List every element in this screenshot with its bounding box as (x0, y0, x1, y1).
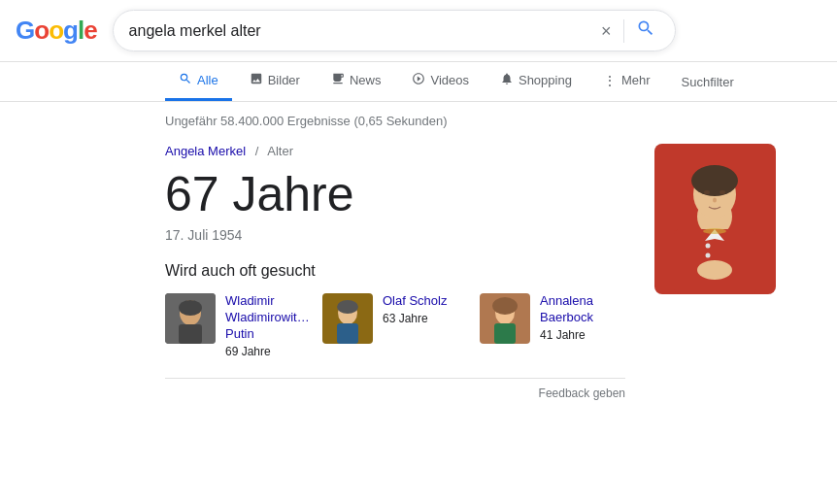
putin-age: 69 Jahre (225, 345, 311, 358)
tab-more-label: Mehr (621, 73, 651, 87)
logo-g: G (16, 16, 34, 46)
header: Google × (0, 0, 837, 62)
merkel-image (654, 144, 776, 294)
svg-point-17 (720, 190, 725, 194)
svg-point-21 (697, 260, 732, 280)
more-icon: ⋮ (603, 73, 617, 88)
svg-point-22 (703, 228, 726, 234)
images-icon (250, 72, 263, 88)
tab-images[interactable]: Bilder (236, 62, 314, 101)
svg-rect-7 (337, 323, 358, 344)
clear-button[interactable]: × (597, 22, 616, 40)
tab-all[interactable]: Alle (165, 62, 232, 101)
shopping-icon (500, 72, 514, 88)
logo-o1: o (34, 16, 49, 46)
search-button[interactable] (632, 18, 659, 43)
person-item-baerbock[interactable]: Annalena Baerbock 41 Jahre (480, 293, 625, 358)
feedback-button[interactable]: Feedback geben (165, 386, 625, 400)
putin-avatar-svg (165, 293, 216, 344)
breadcrumb-separator: / (255, 144, 259, 158)
news-icon (331, 72, 345, 88)
svg-rect-11 (494, 323, 516, 344)
svg-rect-3 (179, 324, 202, 344)
also-searched-items: Wladimir Wladimirowit… Putin 69 Jahre (165, 293, 625, 358)
scholz-avatar-svg (322, 293, 373, 344)
results-count: Ungefähr 58.400.000 Ergebnisse (0,65 Sek… (165, 114, 672, 128)
baerbock-name[interactable]: Annalena Baerbock (540, 293, 625, 326)
tab-news[interactable]: News (318, 62, 395, 101)
tab-images-label: Bilder (268, 73, 300, 87)
baerbock-info: Annalena Baerbock 41 Jahre (540, 293, 625, 342)
age-display: 67 Jahre (165, 168, 625, 221)
search-divider (623, 19, 624, 43)
tab-all-label: Alle (197, 73, 218, 87)
scholz-info: Olaf Scholz 63 Jahre (383, 293, 447, 325)
svg-point-15 (691, 165, 738, 196)
merkel-portrait-svg (654, 144, 776, 294)
scholz-age: 63 Jahre (383, 312, 447, 325)
logo-e: e (84, 16, 96, 46)
scholz-thumbnail (322, 293, 373, 344)
tab-shopping-label: Shopping (519, 73, 572, 87)
svg-point-6 (337, 300, 358, 314)
nav-tabs: Alle Bilder News Videos Shop (0, 62, 837, 102)
putin-image (165, 293, 216, 344)
person-item-scholz[interactable]: Olaf Scholz 63 Jahre (322, 293, 468, 358)
bottom-divider (165, 378, 625, 379)
also-searched-section: Wird auch oft gesucht (165, 262, 625, 358)
google-logo: Google (16, 16, 97, 46)
filter-button[interactable]: Suchfilter (668, 65, 748, 99)
main-content: Ungefähr 58.400.000 Ergebnisse (0,65 Sek… (0, 102, 837, 420)
tab-news-label: News (350, 73, 382, 87)
knowledge-panel: Angela Merkel / Alter 67 Jahre 17. Juli … (165, 144, 672, 400)
also-searched-title: Wird auch oft gesucht (165, 262, 625, 280)
videos-icon (412, 72, 425, 88)
tab-shopping[interactable]: Shopping (486, 62, 586, 101)
logo-o2: o (49, 16, 63, 46)
breadcrumb-link[interactable]: Angela Merkel (165, 144, 246, 158)
svg-point-16 (704, 190, 710, 194)
baerbock-age: 41 Jahre (540, 328, 625, 342)
scholz-name[interactable]: Olaf Scholz (383, 293, 447, 310)
tab-more[interactable]: ⋮ Mehr (589, 63, 664, 101)
putin-thumbnail (165, 293, 216, 344)
baerbock-avatar-svg (480, 293, 530, 344)
breadcrumb: Angela Merkel / Alter (165, 144, 625, 158)
tab-videos[interactable]: Videos (398, 62, 483, 101)
search-icon (636, 18, 655, 38)
person-item-putin[interactable]: Wladimir Wladimirowit… Putin 69 Jahre (165, 293, 311, 358)
svg-point-10 (492, 297, 518, 315)
breadcrumb-current: Alter (267, 144, 293, 158)
search-input[interactable] (129, 22, 589, 40)
svg-point-23 (706, 244, 711, 249)
svg-point-18 (713, 198, 717, 203)
svg-point-2 (179, 300, 202, 316)
putin-name[interactable]: Wladimir Wladimirowit… Putin (225, 293, 311, 343)
baerbock-thumbnail (480, 293, 530, 344)
tab-videos-label: Videos (430, 73, 469, 87)
birthdate-display: 17. Juli 1954 (165, 227, 625, 243)
logo-g2: g (63, 16, 78, 46)
search-bar: × (113, 10, 676, 51)
svg-point-24 (706, 253, 711, 258)
all-icon (179, 72, 192, 88)
putin-info: Wladimir Wladimirowit… Putin 69 Jahre (225, 293, 311, 358)
kp-left: Angela Merkel / Alter 67 Jahre 17. Juli … (165, 144, 625, 400)
